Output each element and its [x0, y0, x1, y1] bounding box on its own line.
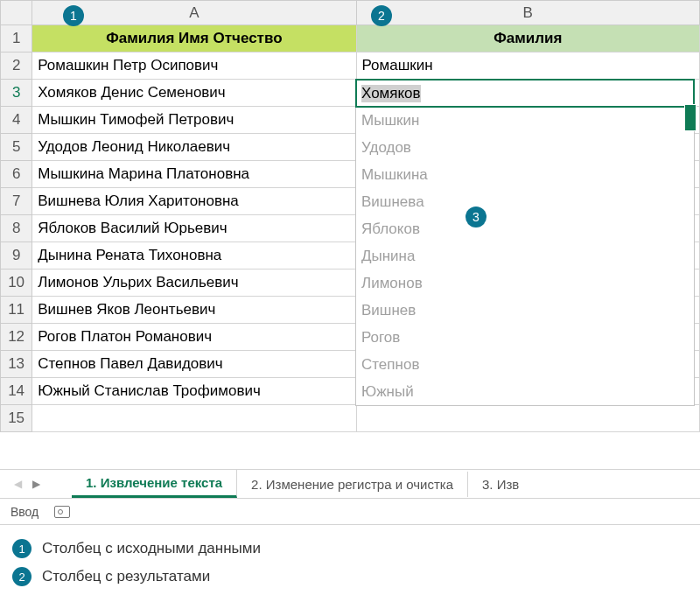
flash-fill-suggestion-row: Южный [356, 378, 694, 405]
tab-nav-next-icon[interactable]: ▶ [27, 478, 46, 490]
legend-area: 1 Столбец с исходными данными 2 Столбец … [0, 525, 700, 595]
flash-fill-suggestion-row: Степнов [356, 351, 694, 378]
select-all-corner[interactable] [1, 1, 32, 25]
status-bar: Ввод [0, 499, 700, 525]
cell-a8[interactable]: Яблоков Василий Юрьевич [32, 215, 356, 242]
legend-text-1: Столбец с исходными данными [42, 540, 261, 557]
cell-b2[interactable]: Ромашкин [356, 52, 699, 80]
macro-record-icon[interactable] [54, 506, 70, 518]
callout-badge-3: 3 [466, 206, 486, 228]
row-header-7[interactable]: 7 [1, 188, 32, 215]
legend-badge-2: 2 [12, 567, 32, 586]
status-mode-text: Ввод [10, 505, 38, 519]
flash-fill-suggestion-row: Вишнева [356, 188, 694, 215]
cell-a3[interactable]: Хомяков Денис Семенович [32, 80, 356, 107]
cell-a9[interactable]: Дынина Рената Тихоновна [32, 242, 356, 270]
fill-handle[interactable] [684, 104, 696, 131]
row-header-8[interactable]: 8 [1, 215, 32, 242]
flash-fill-suggestion-row: Хомяков [356, 80, 694, 107]
cell-a11[interactable]: Вишнев Яков Леонтьевич [32, 297, 356, 324]
legend-item-1: 1 Столбец с исходными данными [12, 539, 688, 558]
header-cell-a1[interactable]: Фамилия Имя Отчество [32, 25, 356, 52]
flash-fill-suggestion-row: Лимонов [356, 270, 694, 297]
flash-fill-suggestion-row: Удодов [356, 134, 694, 161]
flash-fill-suggestion-row: Дынина [356, 242, 694, 270]
sheet-tab-bar: ◀ ▶ 1. Извлечение текста 2. Изменение ре… [0, 469, 700, 499]
cell-a2[interactable]: Ромашкин Петр Осипович [32, 52, 356, 80]
cell-a14[interactable]: Южный Станислав Трофимович [32, 378, 356, 405]
legend-text-2: Столбец с результатами [42, 568, 210, 585]
row-header-14[interactable]: 14 [1, 378, 32, 405]
sheet-tab-2[interactable]: 2. Изменение регистра и очистка [237, 472, 468, 497]
legend-badge-1: 1 [12, 539, 32, 558]
flash-fill-suggestion-row: Мышкин [356, 107, 694, 134]
tab-nav-prev-icon[interactable]: ◀ [9, 478, 27, 490]
row-header-4[interactable]: 4 [1, 107, 32, 134]
row-header-11[interactable]: 11 [1, 297, 32, 324]
column-header-b[interactable]: B [356, 1, 699, 25]
header-cell-b1[interactable]: Фамилия [356, 25, 699, 52]
row-header-13[interactable]: 13 [1, 351, 32, 378]
row-header-5[interactable]: 5 [1, 134, 32, 161]
cell-a5[interactable]: Удодов Леонид Николаевич [32, 134, 356, 161]
row-header-9[interactable]: 9 [1, 242, 32, 270]
sheet-tab-3[interactable]: 3. Изв [468, 472, 533, 497]
cell-a7[interactable]: Вишнева Юлия Харитоновна [32, 188, 356, 215]
cell-a6[interactable]: Мышкина Марина Платоновна [32, 161, 356, 188]
legend-item-2: 2 Столбец с результатами [12, 567, 688, 586]
cell-a12[interactable]: Рогов Платон Романович [32, 324, 356, 351]
flash-fill-suggestion-row: Мышкина [356, 161, 694, 188]
row-header-10[interactable]: 10 [1, 270, 32, 297]
sheet-tab-1[interactable]: 1. Извлечение текста [72, 470, 237, 498]
flash-fill-suggestion-box: ХомяковМышкинУдодовМышкинаВишневаЯблоков… [355, 79, 695, 406]
callout-badge-2: 2 [371, 5, 392, 26]
spreadsheet-area: A B 1 Фамилия Имя Отчество Фамилия 2Рома… [0, 0, 700, 432]
cell-a15[interactable] [32, 405, 356, 432]
cell-a13[interactable]: Степнов Павел Давидович [32, 351, 356, 378]
cell-a4[interactable]: Мышкин Тимофей Петрович [32, 107, 356, 134]
flash-fill-suggestion-row: Рогов [356, 324, 694, 351]
row-header-12[interactable]: 12 [1, 324, 32, 351]
flash-fill-suggestion-row: Вишнев [356, 297, 694, 324]
row-header-2[interactable]: 2 [1, 52, 32, 80]
flash-fill-suggestion-row: Яблоков [356, 215, 694, 242]
cell-a10[interactable]: Лимонов Ульрих Васильевич [32, 270, 356, 297]
callout-badge-1: 1 [63, 5, 84, 26]
row-header-1[interactable]: 1 [1, 25, 32, 52]
row-header-15[interactable]: 15 [1, 405, 32, 432]
row-header-3[interactable]: 3 [1, 80, 32, 107]
cell-b15[interactable] [356, 405, 699, 432]
row-header-6[interactable]: 6 [1, 161, 32, 188]
